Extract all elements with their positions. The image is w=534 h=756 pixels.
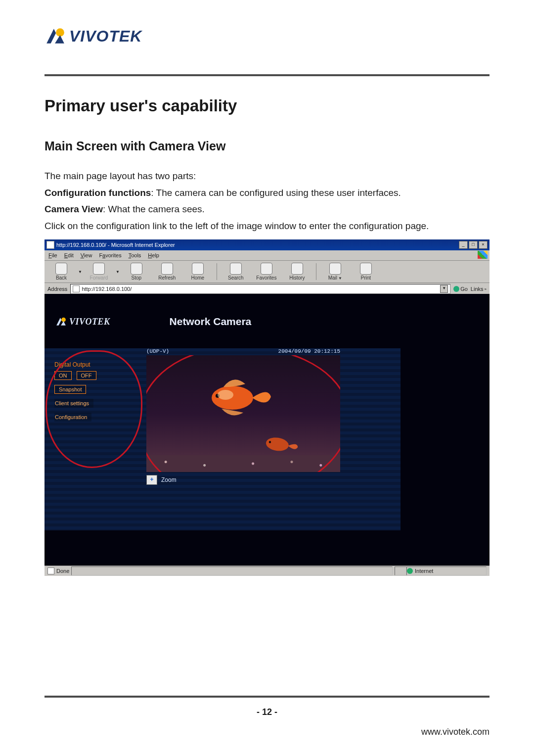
para-camera-view: Camera View: What the camera sees. [44,202,490,216]
camera-page-title: Network Camera [170,316,490,328]
heading-main-screen: Main Screen with Camera View [44,139,490,153]
label-camera-view: Camera View [44,204,103,214]
go-button[interactable]: Go [453,286,468,292]
zoom-in-button[interactable]: + [146,475,157,485]
camera-side-panel: Digital Output ON OFF Snapshot Client se… [51,358,134,426]
menu-help[interactable]: Help [148,252,159,258]
para-click: Click on the configuration link to the l… [44,219,490,233]
ie-screenshot: http://192.168.0.100/ - Microsoft Intern… [44,239,490,576]
toolbar-back[interactable]: Back [47,263,75,281]
close-button[interactable]: × [479,241,488,249]
address-value: http://192.168.0.100/ [82,286,132,292]
address-label: Address [47,286,67,292]
toolbar-forward[interactable]: Forward [85,263,113,281]
toolbar-divider-2 [316,263,316,280]
svg-point-2 [212,386,253,410]
forward-icon [93,263,105,275]
label-digital-output: Digital Output [54,361,134,368]
history-icon [291,263,303,275]
camera-page-logo: VIVOTEK [55,316,110,327]
footer-url: www.vivotek.com [421,727,490,737]
ie-status-bar: Done Internet [44,566,490,576]
camera-page-brand: VIVOTEK [69,317,110,327]
status-done-text: Done [56,568,69,574]
stop-icon [131,263,142,275]
stream-protocol: (UDP-V) [146,348,169,354]
goldfish-small [254,427,301,462]
internet-zone-icon [407,568,413,574]
back-dropdown-icon[interactable]: ▼ [78,270,82,274]
toolbar-divider [217,263,217,280]
document-body: Primary user's capability Main Screen wi… [44,96,490,576]
footer-rule [44,696,490,698]
stream-timestamp: 2004/09/09 20:12:15 [278,348,340,354]
home-icon [192,263,204,275]
ie-app-icon [46,241,54,249]
zoom-label: Zoom [161,476,177,483]
status-page-icon [47,567,54,574]
ie-throbber-icon [478,251,488,259]
svg-point-4 [218,390,233,400]
toolbar-search[interactable]: Search [222,263,250,281]
go-icon [453,286,459,292]
para-config: Configuration functions: The camera can … [44,186,490,200]
heading-primary: Primary user's capability [44,96,490,115]
refresh-icon [161,263,173,275]
camera-page-body: Digital Output ON OFF Snapshot Client se… [44,348,400,530]
toolbar-mail[interactable]: Mail▼ [321,263,349,281]
links-button[interactable]: Links» [471,286,487,292]
digital-output-off-button[interactable]: OFF [77,371,96,380]
toolbar-refresh[interactable]: Refresh [153,263,181,281]
snapshot-button[interactable]: Snapshot [54,385,86,394]
menu-tools[interactable]: Tools [129,252,141,258]
camera-video-frame [146,355,340,472]
camera-page-header: VIVOTEK Network Camera [44,304,490,339]
header-rule [44,74,490,76]
page-number: - 12 - [0,707,534,717]
menu-favorites[interactable]: Favorites [99,252,121,258]
label-config-functions: Configuration functions [44,188,151,198]
ie-toolbar: Back ▼ Forward ▼ Stop Refresh Home Searc… [44,261,490,283]
toolbar-print[interactable]: Print [352,263,380,281]
search-icon [230,263,242,275]
ie-window-title: http://192.168.0.100/ - Microsoft Intern… [56,242,175,248]
ie-menu-bar: File Edit View Favorites Tools Help [44,250,490,261]
configuration-link[interactable]: Configuration [54,413,91,422]
page-icon [73,285,80,292]
para-intro: The main page layout has two parts: [44,169,490,183]
address-input[interactable]: http://192.168.0.100/ ▼ [70,284,450,294]
menu-view[interactable]: View [81,252,92,258]
digital-output-on-button[interactable]: ON [54,371,72,380]
print-icon [360,263,372,275]
back-icon [55,263,67,275]
menu-file[interactable]: File [48,252,57,258]
forward-dropdown-icon[interactable]: ▼ [116,270,120,274]
menu-edit[interactable]: Edit [64,252,74,258]
goldfish-large [194,372,273,424]
toolbar-history[interactable]: History [283,263,311,281]
address-dropdown-icon[interactable]: ▼ [440,285,448,293]
video-gravel [146,455,340,472]
mail-icon [329,263,341,275]
camera-video-area: (UDP-V) 2004/09/09 20:12:15 [146,348,340,485]
favorites-icon [261,263,272,275]
toolbar-home[interactable]: Home [184,263,212,281]
brand-logo-icon [44,26,65,47]
toolbar-stop[interactable]: Stop [123,263,150,281]
camera-page-logo-icon [55,316,66,327]
brand-logo-text: VIVOTEK [69,27,142,46]
client-settings-link[interactable]: Client settings [54,399,93,408]
zoom-controls: + Zoom [146,475,340,485]
status-zone-text: Internet [415,568,433,574]
svg-point-5 [265,436,289,453]
toolbar-favorites[interactable]: Favorites [253,263,280,281]
ie-content-area: VIVOTEK Network Camera Digital Output ON… [44,294,490,566]
brand-logo: VIVOTEK [44,26,142,47]
minimize-button[interactable]: _ [459,241,468,249]
links-chevron-icon: » [485,287,487,291]
maximize-button[interactable]: □ [469,241,478,249]
manual-page: VIVOTEK Primary user's capability Main S… [0,0,534,756]
ie-titlebar: http://192.168.0.100/ - Microsoft Intern… [44,239,490,250]
